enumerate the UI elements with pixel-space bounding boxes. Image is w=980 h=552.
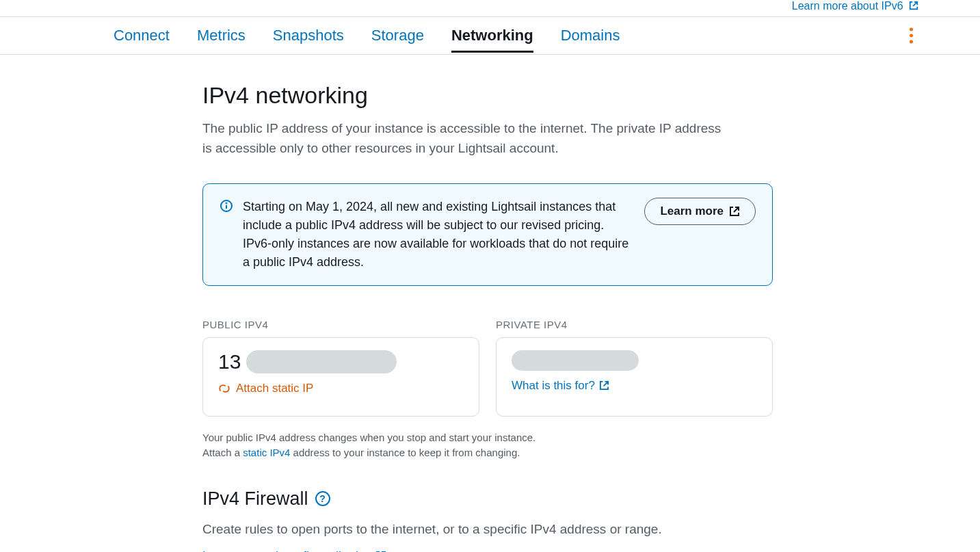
firewall-title: IPv4 Firewall (202, 488, 308, 510)
private-ip-redacted (512, 350, 639, 371)
public-ip-hint: Your public IPv4 address changes when yo… (202, 430, 585, 461)
attach-static-ip-label: Attach static IP (236, 382, 313, 395)
static-ip-icon (218, 382, 230, 395)
overflow-menu-button[interactable] (904, 23, 918, 49)
tab-snapshots[interactable]: Snapshots (273, 18, 344, 53)
learn-more-ipv6-link[interactable]: Learn more about IPv6 (792, 0, 918, 12)
firewall-title-row: IPv4 Firewall ? (202, 488, 773, 510)
external-link-icon (729, 206, 740, 217)
public-ip-box: 13 Attach static IP (202, 337, 479, 417)
public-ip-prefix: 13 (218, 350, 241, 373)
section-title: IPv4 networking (202, 82, 773, 109)
what-is-this-label: What is this for? (512, 379, 595, 393)
static-ipv4-link[interactable]: static IPv4 (243, 447, 290, 458)
tab-connect[interactable]: Connect (114, 18, 170, 53)
pricing-info-alert: Starting on May 1, 2024, all new and exi… (202, 183, 773, 286)
help-icon[interactable]: ? (315, 491, 330, 506)
tab-storage[interactable]: Storage (371, 18, 424, 53)
firewall-learn-more-link[interactable]: Learn more about firewall rules (202, 549, 386, 552)
public-ip-hint-prefix: Attach a (202, 447, 243, 458)
section-description: The public IP address of your instance i… (202, 118, 722, 159)
private-ip-label: PRIVATE IPV4 (496, 319, 773, 330)
svg-point-2 (226, 202, 227, 203)
pricing-info-text: Starting on May 1, 2024, all new and exi… (243, 198, 635, 272)
external-link-icon (909, 1, 918, 10)
tabs-bar: Connect Metrics Snapshots Storage Networ… (0, 16, 980, 55)
external-link-icon (599, 380, 609, 391)
tab-domains[interactable]: Domains (561, 18, 620, 53)
tab-metrics[interactable]: Metrics (197, 18, 246, 53)
attach-static-ip-link[interactable]: Attach static IP (218, 382, 313, 395)
public-ip-redacted (246, 350, 397, 373)
firewall-description: Create rules to open ports to the intern… (202, 522, 773, 537)
learn-more-ipv6-label: Learn more about IPv6 (792, 0, 903, 12)
learn-more-button-label: Learn more (660, 205, 724, 218)
what-is-this-link[interactable]: What is this for? (512, 379, 609, 393)
public-ip-label: PUBLIC IPV4 (202, 319, 479, 330)
tab-networking[interactable]: Networking (451, 18, 533, 53)
private-ip-box: What is this for? (496, 337, 773, 417)
info-icon (220, 199, 233, 213)
learn-more-button[interactable]: Learn more (644, 198, 756, 225)
firewall-learn-more-label: Learn more about firewall rules (202, 549, 371, 552)
public-ip-hint-line1: Your public IPv4 address changes when yo… (202, 430, 585, 446)
public-ip-hint-suffix: address to your instance to keep it from… (290, 447, 520, 458)
